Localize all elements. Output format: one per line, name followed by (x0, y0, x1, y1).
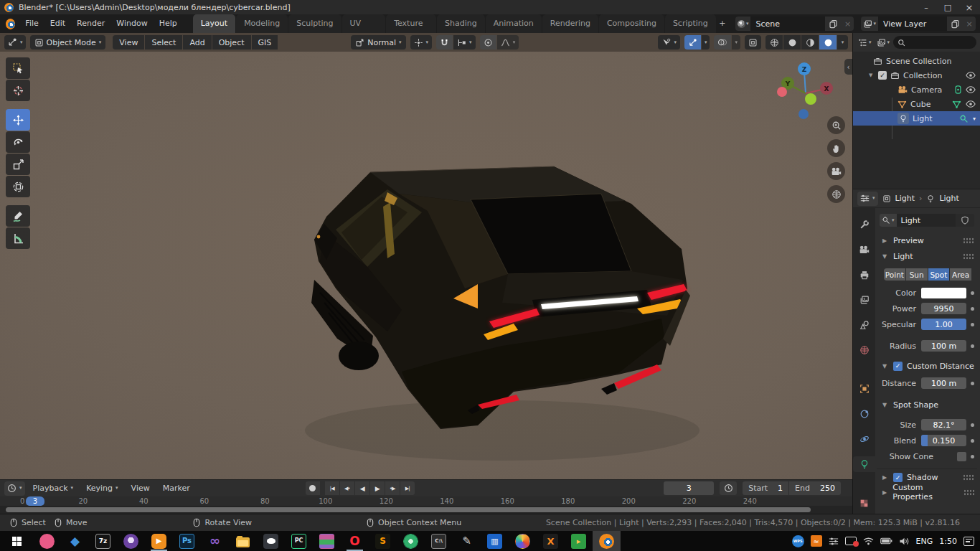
scene-unlink-button[interactable]: × (841, 17, 854, 31)
scene-name-field[interactable]: Scene (750, 17, 825, 31)
animate-dot[interactable] (971, 323, 974, 326)
add-workspace-button[interactable]: + (717, 14, 728, 33)
specular-slider[interactable]: 1.00 (921, 319, 966, 330)
blender-menu-icon[interactable] (6, 19, 15, 29)
eye-icon[interactable] (966, 85, 976, 95)
camera-view-button[interactable] (827, 162, 845, 180)
language-indicator[interactable]: ENG (916, 537, 933, 546)
tool-annotate[interactable] (6, 205, 30, 227)
panel-custom-distance[interactable]: ▼ ✓ Custom Distance (877, 358, 977, 374)
editor-type-button[interactable]: ▾ (4, 35, 26, 50)
animate-dot[interactable] (971, 455, 974, 458)
timeline-menu[interactable]: View▾ (126, 484, 155, 493)
panel-custom-properties[interactable]: ▶ Custom Properties (877, 484, 977, 500)
tool-scale[interactable] (6, 154, 30, 175)
mesh-data-icon[interactable] (952, 100, 961, 109)
viewport-menu[interactable]: Object (212, 35, 251, 50)
proportional-falloff-dropdown[interactable]: ▾ (497, 35, 519, 50)
end-frame-field[interactable]: End250 (789, 481, 841, 495)
animate-dot[interactable] (971, 307, 974, 311)
workspace-tab[interactable]: Texture Paint (386, 14, 436, 33)
show-overlays-toggle[interactable] (714, 35, 731, 50)
wifi-icon[interactable] (863, 537, 874, 545)
overlays-dropdown[interactable]: ▾ (732, 35, 740, 50)
transform-orientation-dropdown[interactable]: Normal▾ (351, 35, 405, 50)
xray-toggle[interactable] (745, 35, 761, 50)
close-button[interactable]: × (958, 0, 980, 14)
shading-wireframe-button[interactable] (765, 35, 783, 50)
use-preview-range-button[interactable] (720, 481, 737, 495)
light-type-button[interactable]: Area (950, 268, 971, 281)
start-frame-field[interactable]: Start1 (743, 481, 788, 495)
gizmo-minus-y[interactable] (805, 93, 816, 105)
menubar-menu[interactable]: Help (154, 14, 183, 33)
workspace-tab[interactable]: Rendering (542, 14, 598, 33)
tool-rotate[interactable] (6, 131, 30, 153)
eye-icon[interactable] (966, 70, 976, 80)
workspace-tab[interactable]: Compositing (599, 14, 664, 33)
maximize-button[interactable]: □ (937, 0, 958, 14)
scrollbar-thumb[interactable] (6, 507, 811, 512)
animate-dot[interactable] (971, 382, 974, 385)
animate-dot[interactable] (971, 344, 974, 348)
notification-center-icon[interactable] (963, 537, 974, 546)
timeline-menu[interactable]: Playback▾ (28, 484, 79, 493)
outliner-search-input[interactable] (893, 36, 976, 49)
distance-field[interactable]: 100 m (921, 377, 966, 389)
eye-icon[interactable] (966, 99, 976, 109)
perspective-toggle-button[interactable] (827, 185, 845, 203)
tool-measure[interactable] (6, 227, 30, 249)
taskbar-app[interactable]: S (369, 531, 397, 551)
radius-field[interactable]: 100 m (921, 340, 966, 352)
scene-browse-button[interactable]: ▾ (735, 17, 751, 31)
outliner-row-camera[interactable]: Camera (853, 83, 980, 97)
timeline-menu[interactable]: Marker▾ (158, 484, 195, 493)
taskbar-app[interactable]: PC (285, 531, 313, 551)
custom-distance-checkbox[interactable]: ✓ (893, 362, 903, 371)
tab-scene[interactable] (853, 317, 875, 333)
auto-keying-button[interactable] (306, 481, 320, 495)
play-button[interactable]: ▶ (370, 481, 385, 495)
taskbar-app[interactable] (229, 531, 257, 551)
speaker-icon[interactable] (899, 537, 910, 546)
taskbar-app[interactable]: ▥ (481, 531, 509, 551)
light-type-button[interactable]: Point (884, 268, 905, 281)
start-button[interactable] (0, 531, 33, 551)
panel-spot-shape[interactable]: ▼ Spot Shape (877, 397, 977, 413)
taskbar-app[interactable] (257, 531, 285, 551)
timeline-track[interactable]: 0 20 40 60 80 100 120 140 160 180 200 (0, 496, 852, 506)
taskbar-app[interactable]: ∞ (201, 531, 229, 551)
pivot-point-dropdown[interactable]: ▾ (410, 35, 433, 50)
viewport-menu[interactable]: Add (183, 35, 211, 50)
timeline-scrollbar[interactable] (0, 506, 852, 514)
outliner-display-mode-dropdown[interactable]: ▾ (875, 38, 892, 47)
timeline-menu[interactable]: Keying▾ (81, 484, 123, 493)
pan-button[interactable] (827, 139, 845, 157)
animate-dot[interactable] (971, 423, 974, 427)
fake-user-button[interactable] (956, 214, 974, 227)
taskbar-app[interactable]: C:\ (425, 531, 453, 551)
tab-tool[interactable] (853, 217, 875, 232)
taskbar-app[interactable] (313, 531, 341, 551)
tab-view-layer[interactable] (853, 292, 875, 308)
animate-dot[interactable] (971, 291, 974, 295)
object-visibility-dropdown[interactable]: ▾ (658, 35, 680, 50)
taskbar-app[interactable] (565, 531, 593, 551)
minimize-button[interactable]: – (915, 0, 937, 14)
view-layer-browse-button[interactable]: ▾ (861, 17, 878, 31)
taskbar-app[interactable] (593, 531, 621, 551)
viewport-menu[interactable]: Select (145, 35, 182, 50)
viewport-menu[interactable]: View (113, 35, 144, 50)
orange-tray-icon[interactable]: ≈ (811, 535, 822, 547)
menubar-menu[interactable]: Render (71, 14, 110, 33)
tab-light-data[interactable] (853, 456, 875, 472)
battery-icon[interactable] (880, 537, 892, 545)
workspace-tab[interactable]: Modeling (236, 14, 288, 33)
jump-to-end-button[interactable]: ▶| (400, 481, 415, 495)
navigation-gizmo[interactable]: Z X Y (771, 56, 837, 122)
tab-constraints[interactable] (853, 406, 875, 422)
light-data-icon[interactable] (959, 114, 969, 123)
workspace-tab[interactable]: Layout (193, 14, 235, 33)
outliner-row-scene-collection[interactable]: Scene Collection (853, 54, 980, 68)
panel-light[interactable]: ▼ Light (877, 248, 977, 264)
